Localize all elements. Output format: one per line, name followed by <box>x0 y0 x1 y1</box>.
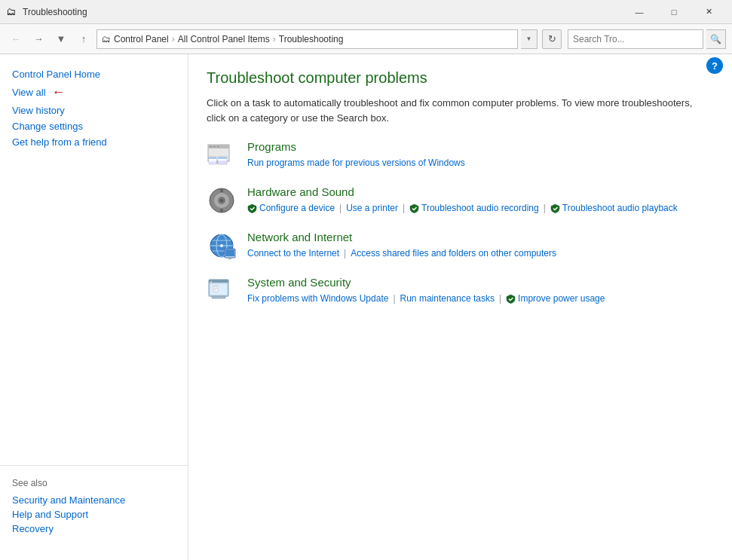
svg-rect-18 <box>220 188 223 192</box>
system-security-icon <box>207 276 237 306</box>
window-controls: — □ ✕ <box>622 0 726 24</box>
security-link-row-1: Fix problems with Windows Update | Run m… <box>247 293 506 304</box>
programs-content: Programs Run programs made for previous … <box>247 140 465 168</box>
troubleshoot-audio-recording-link[interactable]: Troubleshoot audio recording <box>409 203 539 213</box>
sidebar-see-also-security[interactable]: Security and Maintenance <box>12 493 176 507</box>
svg-rect-35 <box>214 286 217 287</box>
back-button[interactable]: ← <box>6 29 26 49</box>
svg-rect-10 <box>209 162 216 164</box>
main-layout: Control Panel Home View all ← View histo… <box>0 54 732 560</box>
see-also-label: See also <box>12 478 176 488</box>
sidebar-see-also-help[interactable]: Help and Support <box>12 507 176 522</box>
content-description: Click on a task to automatically trouble… <box>207 96 704 125</box>
system-security-title[interactable]: System and Security <box>247 276 605 289</box>
up-button[interactable]: ↑ <box>74 29 93 49</box>
svg-rect-13 <box>218 159 227 161</box>
recent-pages-button[interactable]: ▼ <box>51 29 71 49</box>
svg-rect-2 <box>210 146 212 147</box>
svg-rect-37 <box>214 289 216 290</box>
page-title: Troubleshoot computer problems <box>207 69 714 87</box>
security-link-row-2: Improve power usage <box>506 293 605 304</box>
app-icon: 🗂 <box>6 6 18 18</box>
category-hardware-sound: Hardware and Sound Configure a device | … <box>207 185 714 216</box>
sidebar-see-also-recovery[interactable]: Recovery <box>12 522 176 536</box>
hardware-sound-links: Configure a device | Use a printer | Tro… <box>247 203 678 216</box>
svg-rect-3 <box>213 146 216 147</box>
close-button[interactable]: ✕ <box>691 0 726 24</box>
hardware-sound-icon <box>207 185 237 216</box>
titlebar: 🗂 Troubleshooting — □ ✕ <box>0 0 732 24</box>
sidebar-item-change-settings[interactable]: Change settings <box>12 118 176 134</box>
forward-button[interactable]: → <box>29 29 48 49</box>
svg-point-17 <box>220 199 223 202</box>
address-folder-icon: 🗂 <box>102 34 111 44</box>
shield-icon-4 <box>506 294 516 304</box>
svg-point-25 <box>220 244 223 247</box>
minimize-button[interactable]: — <box>622 0 657 24</box>
address-dropdown-button[interactable]: ▼ <box>521 29 538 49</box>
breadcrumb-current: Troubleshooting <box>279 34 344 44</box>
network-internet-title[interactable]: Network and Internet <box>247 231 556 243</box>
sep-4: | <box>344 248 346 259</box>
category-programs: Programs Run programs made for previous … <box>207 140 714 170</box>
svg-rect-9 <box>209 161 216 162</box>
sep-2: | <box>403 203 405 213</box>
view-all-arrow-icon: ← <box>52 84 66 100</box>
shield-icon-1 <box>247 203 257 213</box>
svg-rect-12 <box>218 157 227 159</box>
svg-rect-33 <box>212 296 225 298</box>
improve-power-link[interactable]: Improve power usage <box>506 293 605 304</box>
use-printer-link[interactable]: Use a printer <box>346 203 398 213</box>
svg-rect-19 <box>220 209 223 213</box>
programs-title[interactable]: Programs <box>247 140 465 153</box>
hardware-link-row-2: Troubleshoot audio playback <box>550 203 678 213</box>
sidebar-view-all-row: View all ← <box>12 82 176 103</box>
svg-rect-32 <box>210 284 227 295</box>
help-button[interactable]: ? <box>706 57 723 74</box>
breadcrumb-all-items[interactable]: All Control Panel Items <box>178 34 270 44</box>
search-box <box>568 29 703 49</box>
network-internet-icon <box>207 231 237 261</box>
category-system-security: System and Security Fix problems with Wi… <box>207 276 714 306</box>
svg-rect-27 <box>225 249 234 256</box>
svg-rect-28 <box>228 258 231 259</box>
hardware-link-row-1: Configure a device | Use a printer | Tro… <box>247 203 550 213</box>
access-shared-files-link[interactable]: Access shared files and folders on other… <box>351 248 556 259</box>
sep-3: | <box>544 203 546 213</box>
breadcrumb-sep-1: › <box>172 34 175 44</box>
troubleshoot-audio-playback-link[interactable]: Troubleshoot audio playback <box>550 203 678 213</box>
breadcrumb-sep-2: › <box>273 34 276 44</box>
breadcrumb: Control Panel › All Control Panel Items … <box>114 34 343 44</box>
window-title: Troubleshooting <box>23 7 622 17</box>
configure-device-link[interactable]: Configure a device <box>247 203 335 213</box>
content-area: ? Troubleshoot computer problems Click o… <box>188 54 732 560</box>
run-maintenance-link[interactable]: Run maintenance tasks <box>400 293 495 304</box>
address-box[interactable]: 🗂 Control Panel › All Control Panel Item… <box>96 29 518 49</box>
network-internet-content: Network and Internet Connect to the Inte… <box>247 231 556 261</box>
sep-1: | <box>339 203 341 213</box>
programs-link-1[interactable]: Run programs made for previous versions … <box>247 158 465 168</box>
fix-windows-update-link[interactable]: Fix problems with Windows Update <box>247 293 388 304</box>
sidebar-item-view-history[interactable]: View history <box>12 103 176 118</box>
network-internet-links: Connect to the Internet | Access shared … <box>247 248 556 261</box>
sidebar-main-links: Control Panel Home View all ← View histo… <box>0 66 188 150</box>
breadcrumb-control-panel[interactable]: Control Panel <box>114 34 169 44</box>
network-link-row-1: Connect to the Internet | Access shared … <box>247 248 556 259</box>
address-bar: ← → ▼ ↑ 🗂 Control Panel › All Control Pa… <box>0 24 732 54</box>
refresh-button[interactable]: ↻ <box>542 29 562 49</box>
shield-icon-3 <box>550 203 560 213</box>
connect-internet-link[interactable]: Connect to the Internet <box>247 248 339 259</box>
shield-icon-2 <box>409 203 419 213</box>
search-input[interactable] <box>573 34 698 44</box>
svg-rect-7 <box>209 157 216 159</box>
svg-rect-36 <box>214 288 217 289</box>
search-submit-button[interactable]: 🔍 <box>706 29 726 49</box>
system-security-content: System and Security Fix problems with Wi… <box>247 276 605 306</box>
sidebar-item-control-panel-home[interactable]: Control Panel Home <box>12 66 176 82</box>
programs-links: Run programs made for previous versions … <box>247 158 465 168</box>
category-network-internet: Network and Internet Connect to the Inte… <box>207 231 714 261</box>
maximize-button[interactable]: □ <box>657 0 691 24</box>
hardware-sound-title[interactable]: Hardware and Sound <box>247 185 678 198</box>
sidebar-item-view-all[interactable]: View all <box>12 84 46 100</box>
sidebar-item-get-help[interactable]: Get help from a friend <box>12 134 176 150</box>
